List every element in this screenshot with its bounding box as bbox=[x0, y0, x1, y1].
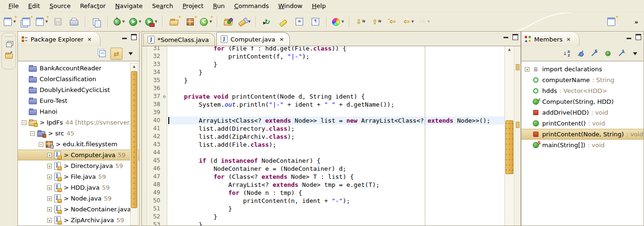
new-class-button[interactable]: C✦▼ bbox=[199, 15, 213, 28]
code-text[interactable]: printContent(f, "|-"); bbox=[167, 52, 504, 60]
code-text[interactable]: for (Class<? extends Node> T : list) { bbox=[167, 173, 504, 181]
code-text[interactable]: } bbox=[167, 68, 504, 76]
code-line[interactable]: 36 bbox=[147, 84, 504, 92]
new-wizard-other-button[interactable]: ✦▼ bbox=[35, 15, 49, 28]
print-button[interactable] bbox=[67, 15, 81, 28]
minimize-button[interactable] bbox=[122, 38, 127, 39]
menu-project[interactable]: Project bbox=[178, 1, 208, 11]
close-icon[interactable]: × bbox=[565, 36, 571, 42]
member-item[interactable]: printContent() : void bbox=[521, 118, 644, 129]
code-text[interactable]: for (File f : hdd.get(File.class)) { bbox=[167, 46, 504, 52]
overview-mark[interactable] bbox=[516, 64, 520, 70]
code-text[interactable]: System.out.println("|-" + ident + " " + … bbox=[167, 100, 504, 109]
maximize-button[interactable] bbox=[131, 34, 137, 40]
fold-marker-icon[interactable]: ⊖ bbox=[162, 92, 167, 100]
code-line[interactable]: 34 } bbox=[147, 68, 504, 76]
search-button[interactable]: ▼ bbox=[238, 15, 252, 28]
code-text[interactable]: } bbox=[167, 213, 504, 221]
mark-occurrences-button[interactable] bbox=[276, 15, 290, 28]
tree-item[interactable]: +> File.java 59 bbox=[18, 171, 139, 182]
code-line[interactable]: 39 bbox=[147, 109, 504, 117]
code-text[interactable]: for (Node n : tmp) { bbox=[167, 189, 504, 197]
code-text[interactable]: ArrayList<? extends Node> tmp = e.get(T)… bbox=[167, 181, 504, 189]
code-line[interactable]: 33 } bbox=[147, 60, 504, 68]
code-text[interactable] bbox=[167, 84, 504, 92]
hide-local-types-button[interactable]: L bbox=[616, 48, 627, 59]
code-text[interactable] bbox=[167, 149, 504, 157]
member-item[interactable]: Smain(String[]) : void bbox=[521, 140, 644, 151]
code-text[interactable]: list.add(File.class); bbox=[167, 141, 504, 149]
code-line[interactable]: 45 if (d instanceof NodeContainer) { bbox=[147, 157, 504, 165]
new-package-button[interactable]: ✦ bbox=[183, 15, 197, 28]
code-text[interactable]: list.add(Directory.class); bbox=[167, 125, 504, 133]
link-with-editor-button[interactable]: ⇄ bbox=[110, 48, 123, 60]
member-item[interactable]: +≣import declarations bbox=[521, 64, 644, 75]
scrollbar-thumb[interactable] bbox=[131, 71, 137, 208]
menu-navigate[interactable]: Navigate bbox=[110, 1, 147, 11]
editor-minimize-button[interactable] bbox=[504, 37, 508, 38]
member-item[interactable]: hdds : Vector<HDD> bbox=[521, 85, 644, 96]
hide-fields-button[interactable] bbox=[575, 48, 586, 59]
tree-item[interactable]: +> HDD.java 59 bbox=[18, 182, 139, 193]
code-line[interactable]: 46 NodeContainer e = (NodeContainer) d; bbox=[147, 165, 504, 173]
member-item[interactable]: printContent(Node, String) : void bbox=[521, 129, 644, 140]
code-text[interactable]: } bbox=[167, 221, 504, 226]
code-line[interactable]: 53 } bbox=[147, 221, 504, 226]
show-public-button[interactable] bbox=[602, 48, 613, 59]
code-area[interactable]: 31 for (File f : hdd.get(File.class)) {3… bbox=[147, 46, 504, 226]
code-line[interactable]: 32 printContent(f, "|-"); bbox=[147, 52, 504, 60]
tree-item[interactable]: +> Computer.java 59 bbox=[18, 150, 139, 160]
tree-expander-icon[interactable]: − bbox=[22, 120, 26, 125]
members-maximize-button[interactable] bbox=[636, 34, 641, 40]
code-text[interactable]: private void printContent(Node d, String… bbox=[167, 92, 504, 100]
code-line[interactable]: 44 bbox=[147, 149, 504, 157]
editor-maximize-button[interactable] bbox=[512, 34, 518, 40]
code-text[interactable] bbox=[167, 109, 504, 117]
code-text[interactable]: ArrayList<Class<? extends Node>> list = … bbox=[167, 117, 504, 125]
tree-expander-icon[interactable]: + bbox=[47, 175, 52, 179]
tree-item[interactable]: −> src 45 bbox=[18, 128, 139, 139]
menu-source[interactable]: Source bbox=[45, 1, 75, 11]
debug-button[interactable]: ▼ bbox=[112, 15, 126, 28]
save-button[interactable] bbox=[51, 15, 65, 28]
code-text[interactable]: if (d instanceof NodeContainer) { bbox=[167, 157, 504, 165]
view-menu-button[interactable]: ▼ bbox=[125, 48, 136, 59]
menu-help[interactable]: Help bbox=[307, 1, 331, 11]
tree-expander-icon[interactable]: + bbox=[47, 196, 52, 201]
close-icon[interactable]: × bbox=[86, 36, 92, 42]
tree-expander-icon[interactable]: − bbox=[30, 131, 35, 136]
editor-scrollbar-thumb[interactable] bbox=[505, 120, 513, 174]
menu-window[interactable]: Window bbox=[273, 1, 307, 11]
member-expander-icon[interactable]: + bbox=[525, 67, 529, 72]
tree-item[interactable]: −> IpdFs 44 [https://svnserver.i bbox=[18, 117, 139, 128]
tree-item[interactable]: +> Node.java 59 bbox=[18, 193, 139, 204]
back-button[interactable]: ⇦▼ bbox=[402, 15, 416, 28]
menu-edit[interactable]: Edit bbox=[24, 1, 45, 11]
code-line[interactable]: 43 list.add(File.class); bbox=[147, 141, 504, 149]
open-type-button[interactable] bbox=[222, 15, 236, 28]
view-menu-button[interactable]: ▼ bbox=[629, 48, 641, 59]
code-text[interactable]: list.add(ZipArchiv.class); bbox=[167, 133, 504, 141]
code-line[interactable]: 31 for (File f : hdd.get(File.class)) { bbox=[147, 46, 504, 52]
menu-file[interactable]: File bbox=[4, 1, 24, 11]
code-line[interactable]: 47 for (Class<? extends Node> T : list) … bbox=[147, 173, 504, 181]
tree-expander-icon[interactable]: + bbox=[47, 207, 52, 212]
tree-item[interactable]: Hanoi bbox=[18, 106, 139, 117]
code-text[interactable]: NodeContainer e = (NodeContainer) d; bbox=[167, 165, 504, 173]
tree-item[interactable]: Euro-Test bbox=[18, 95, 139, 106]
open-perspective-button[interactable]: ✦ bbox=[604, 15, 619, 28]
collapse-all-button[interactable]: − bbox=[97, 48, 108, 59]
package-explorer-tab[interactable]: Package Explorer × bbox=[18, 32, 100, 46]
menu-commands[interactable]: Commands bbox=[230, 1, 274, 11]
code-line[interactable]: 38 System.out.println("|-" + ident + " "… bbox=[147, 100, 504, 109]
external-tools-button[interactable]: ▼ bbox=[144, 15, 158, 28]
new-wizard-button[interactable]: ✦▼ bbox=[3, 15, 17, 28]
color-palette-button[interactable]: ▼ bbox=[331, 15, 345, 28]
hide-static-button[interactable]: S bbox=[588, 48, 600, 59]
code-line[interactable]: 42 list.add(ZipArchiv.class); bbox=[147, 133, 504, 141]
package-explorer-scrollbar[interactable]: ▲ bbox=[130, 63, 138, 226]
toolbar-overflow-button[interactable]: » bbox=[632, 17, 641, 27]
member-item[interactable]: addDrive(HDD) : void bbox=[521, 107, 644, 118]
editor-scrollbar[interactable]: ▲ bbox=[504, 46, 514, 226]
overview-ruler[interactable] bbox=[514, 46, 520, 226]
